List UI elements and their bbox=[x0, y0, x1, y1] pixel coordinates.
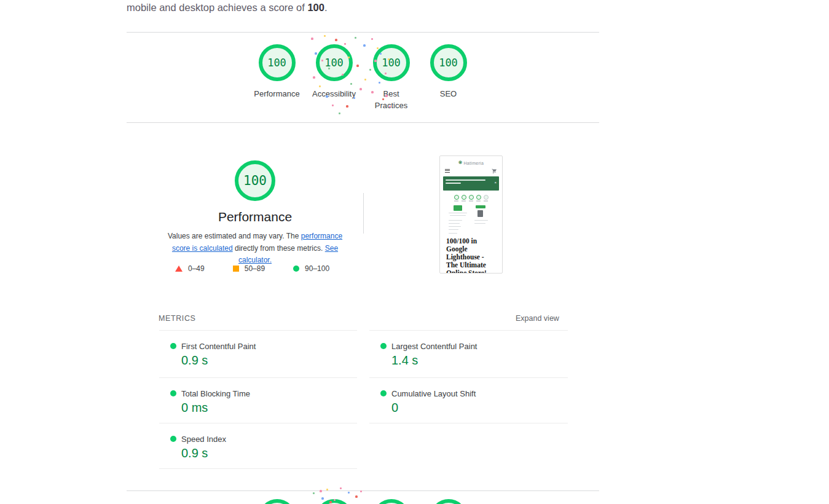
metric-pass-dot-icon bbox=[380, 390, 387, 396]
gauge-label: Best Practices bbox=[367, 88, 416, 111]
confetti-dot bbox=[324, 35, 326, 37]
gauge-circle: 100 bbox=[259, 499, 296, 504]
confetti-dot bbox=[385, 73, 387, 74]
vertical-divider bbox=[363, 193, 364, 234]
confetti-dot bbox=[364, 79, 366, 81]
metric-name: Speed Index bbox=[181, 435, 226, 444]
confetti-dot bbox=[377, 47, 379, 49]
banner-text-line bbox=[446, 179, 485, 181]
gauge-circle: 100 bbox=[430, 44, 467, 81]
confetti-dot bbox=[359, 88, 362, 90]
gauge-circle: 100 bbox=[373, 44, 410, 81]
confetti-dot bbox=[320, 490, 322, 492]
legend-range: 50–89 bbox=[245, 264, 265, 273]
metric-value: 0 ms bbox=[181, 401, 208, 415]
legend-pass: 90–100 bbox=[293, 264, 329, 273]
gauge-performance[interactable]: 100 Performance bbox=[248, 44, 305, 111]
gauge-best-practices[interactable]: 100 Best Practices bbox=[363, 44, 420, 111]
score-legend: 0–49 50–89 90–100 bbox=[175, 264, 329, 273]
gauge-circle: 100 bbox=[430, 499, 467, 504]
metric-pass-dot-icon bbox=[380, 343, 387, 349]
confetti-dot bbox=[385, 95, 388, 97]
metric-pass-dot-icon bbox=[170, 436, 176, 442]
confetti-dot bbox=[355, 495, 358, 498]
gauge-performance[interactable]: 100 bbox=[248, 499, 305, 504]
legend-range: 0–49 bbox=[188, 264, 205, 273]
divider-bottom bbox=[127, 490, 599, 491]
confetti-dot bbox=[319, 85, 321, 87]
confetti-dot bbox=[326, 489, 328, 490]
expand-view-button[interactable]: Expand view bbox=[516, 314, 559, 323]
performance-score-gauge: 100 bbox=[235, 160, 275, 201]
confetti-dot bbox=[389, 106, 391, 108]
confetti-dot bbox=[382, 98, 384, 100]
legend-range: 90–100 bbox=[305, 264, 329, 273]
confetti-dot bbox=[321, 497, 324, 500]
confetti-dot bbox=[313, 492, 315, 494]
confetti-dot bbox=[342, 74, 344, 76]
gauge-score: 100 bbox=[382, 57, 401, 69]
gauge-seo[interactable]: 100 SEO bbox=[420, 44, 477, 111]
gauge-circle: 100 bbox=[316, 44, 353, 81]
metric-first-contentful-paint[interactable]: First Contentful Paint 0.9 s bbox=[159, 330, 357, 377]
gauge-label: Performance bbox=[254, 88, 299, 100]
metric-speed-index[interactable]: Speed Index 0.9 s bbox=[159, 423, 357, 468]
confetti-dot bbox=[348, 57, 350, 58]
confetti-dot bbox=[313, 76, 315, 79]
confetti-dot bbox=[356, 65, 359, 67]
metrics-column-right: Largest Contentful Paint 1.4 s Cumulativ… bbox=[369, 330, 568, 423]
gauge-circle: 100 bbox=[259, 44, 296, 81]
final-screenshot-thumbnail[interactable]: ❋ Hatimeria × bbox=[439, 156, 503, 274]
legend-average: 50–89 bbox=[233, 264, 265, 273]
confetti-dot bbox=[321, 60, 323, 61]
gauge-label: Accessibility bbox=[312, 88, 356, 100]
metric-cumulative-layout-shift[interactable]: Cumulative Layout Shift 0 bbox=[369, 377, 568, 423]
metric-value: 0.9 s bbox=[181, 446, 208, 460]
intro-score: 100 bbox=[307, 2, 324, 13]
next-score-summary-row: 100 100 100 100 bbox=[248, 499, 477, 504]
gauge-score: 100 bbox=[324, 57, 344, 69]
confetti-dot bbox=[348, 492, 350, 494]
legend-triangle-icon bbox=[175, 266, 183, 272]
confetti-dot bbox=[311, 37, 313, 40]
metric-name: Largest Contentful Paint bbox=[391, 342, 477, 351]
banner-text-line bbox=[446, 183, 461, 184]
metric-name: Cumulative Layout Shift bbox=[391, 389, 476, 398]
hatimeria-logo-icon: ❋ bbox=[458, 160, 463, 165]
gauge-circle: 100 bbox=[373, 499, 410, 504]
confetti-dot bbox=[335, 39, 337, 41]
confetti-dot bbox=[379, 82, 380, 84]
score-summary-row: 100 Performance 100 Accessibility 100 Be… bbox=[248, 44, 477, 111]
menu-icon bbox=[445, 169, 450, 174]
confetti-dot bbox=[328, 68, 330, 69]
cart-icon bbox=[492, 168, 497, 174]
thumb-logo: ❋ Hatimeria bbox=[440, 160, 502, 165]
confetti-dot bbox=[339, 112, 340, 114]
legend-fail: 0–49 bbox=[175, 264, 205, 273]
confetti-dot bbox=[332, 104, 334, 106]
metric-total-blocking-time[interactable]: Total Blocking Time 0 ms bbox=[159, 377, 357, 423]
desc-text: directly from these metrics. bbox=[233, 244, 325, 253]
confetti-dot bbox=[329, 501, 332, 503]
thumb-content-placeholder bbox=[440, 204, 502, 236]
legend-circle-icon bbox=[293, 266, 299, 272]
metric-value: 0.9 s bbox=[181, 353, 208, 368]
performance-section-title: Performance bbox=[157, 210, 353, 224]
thumb-headline: 100/100 in Google Lighthouse - The Ultim… bbox=[446, 237, 496, 274]
confetti-dot bbox=[371, 91, 374, 93]
gauge-best-practices[interactable]: 100 bbox=[363, 499, 420, 504]
metric-value: 0 bbox=[391, 401, 398, 415]
gauge-label: SEO bbox=[440, 88, 457, 100]
gauge-score: 100 bbox=[243, 173, 267, 188]
legend-square-icon bbox=[233, 266, 239, 272]
thumb-rating-circles bbox=[440, 195, 502, 202]
desc-text: Values are estimated and may vary. The bbox=[168, 232, 301, 240]
divider-section bbox=[127, 122, 599, 123]
confetti-dot bbox=[315, 52, 317, 55]
intro-period: . bbox=[324, 2, 328, 13]
confetti-dot bbox=[369, 69, 371, 71]
gauge-seo[interactable]: 100 bbox=[420, 499, 477, 504]
metric-largest-contentful-paint[interactable]: Largest Contentful Paint 1.4 s bbox=[369, 330, 568, 377]
confetti-dot bbox=[326, 95, 328, 98]
confetti-dot bbox=[344, 43, 346, 45]
